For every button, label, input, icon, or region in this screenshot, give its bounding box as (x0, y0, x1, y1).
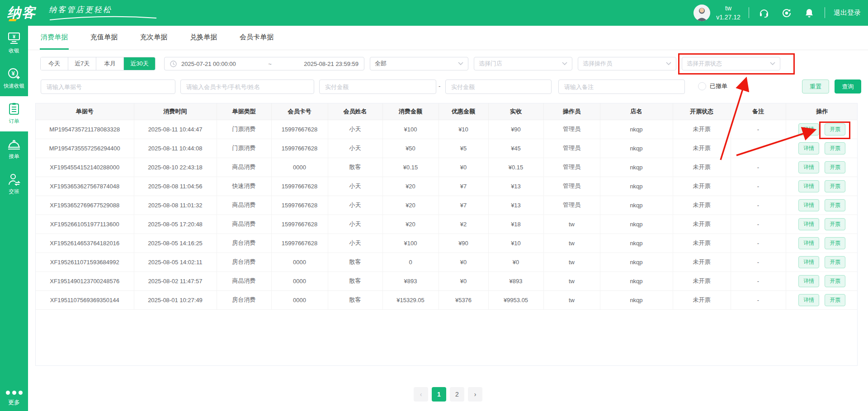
sidebar-item-more[interactable]: 更多 (0, 391, 28, 406)
cell-paid: ¥45 (488, 139, 543, 158)
sidebar-item-quick-cashier[interactable]: ¥ 快速收银 (0, 61, 28, 96)
brand-slogan: 纳客管店更轻松 (49, 5, 112, 15)
tab-member-card-bills[interactable]: 会员卡单据 (239, 26, 274, 50)
cell-operator: 管理员 (543, 120, 600, 139)
prev-page-button[interactable]: ‹ (414, 387, 428, 402)
orders-icon (7, 103, 21, 115)
invoice-status-select[interactable]: 选择开票状态 (682, 57, 780, 70)
cell-remark: - (731, 234, 786, 252)
sidebar-item-shift[interactable]: 交班 (0, 167, 28, 202)
notification-bell-icon[interactable] (804, 8, 815, 19)
cell-bill-no: MP1954735721178083328 (36, 120, 134, 139)
invoice-button[interactable]: 开票 (825, 256, 845, 268)
invoice-button[interactable]: 开票 (825, 237, 845, 249)
cell-amount: ¥20 (382, 196, 439, 215)
sidebar-item-cashier[interactable]: ¥ 收银 (0, 26, 28, 61)
cell-card-no: 15997667628 (271, 196, 328, 215)
cell-time: 2025-08-11 10:44:08 (134, 139, 217, 158)
table-header: 单据号消费时间单据类型会员卡号会员姓名消费金额优惠金额实收操作员店名开票状态备注… (36, 103, 858, 120)
cancelled-radio[interactable] (698, 82, 706, 90)
sidebar-item-label: 交班 (9, 188, 19, 195)
cell-type: 快速消费 (217, 177, 271, 196)
cell-member-name: 小天 (328, 177, 382, 196)
tab-consume-bills[interactable]: 消费单据 (40, 26, 69, 50)
sync-icon[interactable] (781, 8, 792, 19)
invoice-button[interactable]: 开票 (825, 180, 845, 192)
search-button[interactable]: 查询 (835, 79, 861, 93)
detail-button[interactable]: 详情 (798, 142, 819, 154)
invoice-button[interactable]: 开票 (825, 218, 845, 230)
range-30days-button[interactable]: 近30天 (124, 57, 155, 70)
operator-select[interactable]: 选择操作员 (578, 57, 676, 70)
cancelled-filter[interactable]: 已撤单 (698, 82, 727, 90)
cell-remark: - (731, 158, 786, 177)
avatar[interactable] (693, 5, 710, 21)
invoice-button[interactable]: 开票 (825, 199, 845, 211)
detail-button[interactable]: 详情 (798, 275, 819, 287)
remark-input[interactable] (558, 79, 685, 94)
paid-amount-max-input[interactable] (445, 79, 552, 94)
invoice-button[interactable]: 开票 (825, 275, 845, 287)
cell-bill-no: XF1952614653764182016 (36, 234, 134, 252)
member-search-input[interactable] (180, 79, 314, 94)
chevron-down-icon (562, 62, 567, 65)
cell-amount: 0 (382, 252, 439, 271)
invoice-status-select-placeholder: 选择开票状态 (687, 60, 770, 68)
cell-operator: 管理员 (543, 196, 600, 215)
invoice-button[interactable]: 开票 (825, 142, 845, 154)
invoice-button[interactable]: 开票 (825, 123, 845, 135)
table-row: XF19526146537641820162025-08-05 14:16:25… (36, 234, 858, 252)
tab-exchange-bills[interactable]: 兑换单据 (189, 26, 218, 50)
column-header: 会员姓名 (328, 103, 382, 120)
range-month-button[interactable]: 本月 (96, 57, 124, 70)
logout-button[interactable]: 退出登录 (834, 9, 861, 17)
store-select[interactable]: 选择门店 (474, 57, 572, 70)
date-range-picker[interactable]: 2025-07-21 00:00:00 ~ 2025-08-21 23:59:5… (164, 57, 364, 70)
cell-card-no: 0000 (271, 252, 328, 271)
detail-button[interactable]: 详情 (798, 199, 819, 211)
detail-button[interactable]: 详情 (798, 256, 819, 268)
column-header: 操作员 (543, 103, 600, 120)
cell-invoice-status: 未开票 (673, 252, 731, 271)
bill-no-input[interactable] (41, 79, 175, 94)
reset-button[interactable]: 重置 (802, 79, 829, 93)
cell-time: 2025-08-11 10:44:47 (134, 120, 217, 139)
tab-recharge-bills[interactable]: 充值单据 (90, 26, 118, 50)
cell-discount: ¥0 (439, 271, 488, 290)
table-row: XF19536527696775290882025-08-08 11:01:32… (36, 196, 858, 215)
invoice-button[interactable]: 开票 (825, 294, 845, 306)
page-button-2[interactable]: 2 (450, 387, 464, 402)
detail-button[interactable]: 详情 (798, 218, 819, 230)
cancelled-label: 已撤单 (710, 82, 727, 90)
cell-actions: 详情开票 (786, 196, 858, 215)
cell-operator: tw (543, 252, 600, 271)
filter-row-2: - 已撤单 重置 查询 (28, 79, 868, 94)
range-7days-button[interactable]: 近7天 (68, 57, 96, 70)
table-row: XF19514901237002485762025-08-02 11:47:57… (36, 271, 858, 290)
cell-type: 门票消费 (217, 120, 271, 139)
page-button-1[interactable]: 1 (432, 387, 446, 402)
detail-button[interactable]: 详情 (798, 294, 819, 306)
range-today-button[interactable]: 今天 (41, 57, 68, 70)
invoice-button[interactable]: 开票 (825, 161, 845, 173)
cell-operator: 管理员 (543, 158, 600, 177)
sidebar-item-orders[interactable]: 订单 (0, 96, 28, 131)
cell-member-name: 散客 (328, 290, 382, 309)
cell-paid: ¥0.15 (488, 158, 543, 177)
detail-button[interactable]: 详情 (798, 237, 819, 249)
detail-button[interactable]: 详情 (798, 180, 819, 192)
bill-type-select[interactable]: 全部 (370, 57, 468, 70)
sidebar-item-take-order[interactable]: 接单 (0, 131, 28, 167)
cell-remark: - (731, 196, 786, 215)
paid-amount-min-input[interactable] (319, 79, 436, 94)
detail-button[interactable]: 详情 (798, 123, 819, 135)
next-page-button[interactable]: › (468, 387, 482, 402)
customer-service-icon[interactable] (759, 8, 769, 19)
cell-bill-no: XF1953653627567874048 (36, 177, 134, 196)
tab-bar: 消费单据 充值单据 充次单据 兑换单据 会员卡单据 (28, 26, 868, 50)
table-row: MP19547357211780833282025-08-11 10:44:47… (36, 120, 858, 139)
cell-card-no: 15997667628 (271, 120, 328, 139)
tab-times-bills[interactable]: 充次单据 (139, 26, 168, 50)
cell-paid: ¥90 (488, 120, 543, 139)
detail-button[interactable]: 详情 (798, 161, 819, 173)
